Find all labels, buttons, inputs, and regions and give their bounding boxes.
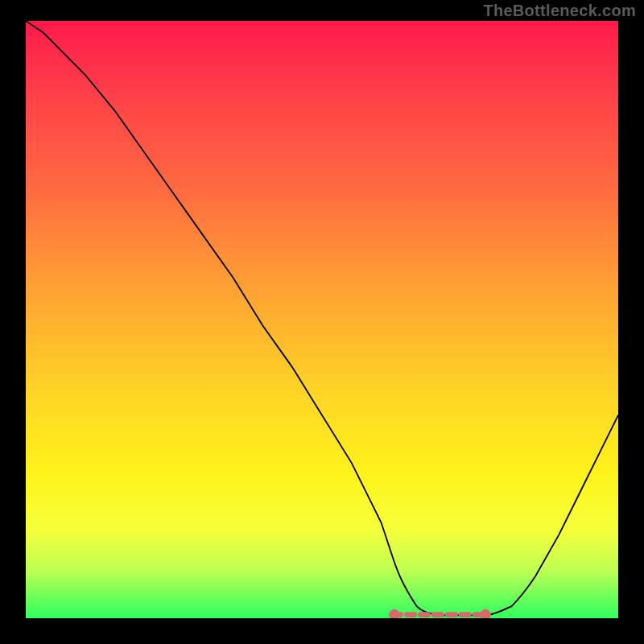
watermark-text: TheBottleneck.com (483, 2, 636, 20)
plot-area (26, 21, 618, 618)
curve-layer (26, 21, 618, 618)
bottleneck-curve (26, 21, 618, 615)
optimum-zone-marker (389, 609, 491, 618)
svg-point-1 (389, 609, 399, 618)
svg-point-2 (481, 609, 491, 618)
chart-frame: TheBottleneck.com (0, 0, 644, 644)
